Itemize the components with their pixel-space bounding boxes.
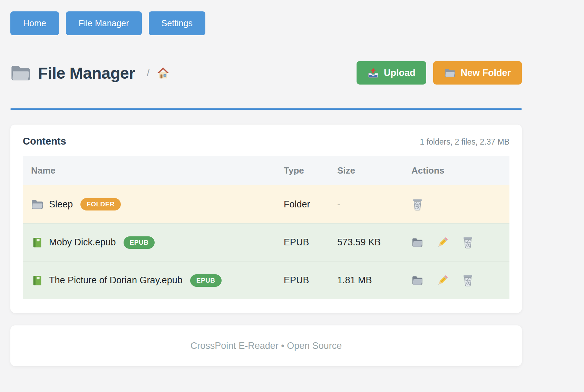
type-badge: EPUB (190, 274, 222, 287)
upload-button[interactable]: Upload (357, 61, 427, 85)
size-cell: - (337, 199, 411, 210)
column-header-type: Type (284, 165, 337, 176)
trash-icon[interactable] (411, 198, 424, 210)
type-cell: EPUB (284, 275, 337, 286)
type-cell: Folder (284, 199, 337, 210)
open-folder-icon[interactable] (411, 274, 424, 286)
column-header-size: Size (337, 165, 411, 176)
type-badge: FOLDER (80, 198, 121, 210)
actions-cell (411, 198, 509, 210)
table-row: Moby Dick.epubEPUBEPUB573.59 KB (23, 223, 509, 261)
trash-icon[interactable] (462, 274, 474, 286)
nav-home-button[interactable]: Home (10, 11, 59, 35)
file-name[interactable]: Moby Dick.epub (49, 237, 116, 248)
upload-tray-icon (368, 68, 379, 78)
title-divider (10, 108, 522, 110)
folder-icon (31, 199, 43, 210)
page: Home File Manager Settings File Manager … (0, 0, 522, 366)
footer: CrossPoint E-Reader • Open Source (10, 325, 522, 366)
name-cell: The Picture of Dorian Gray.epubEPUB (31, 274, 284, 287)
file-name[interactable]: The Picture of Dorian Gray.epub (49, 275, 183, 286)
table-row: The Picture of Dorian Gray.epubEPUBEPUB1… (23, 261, 509, 299)
open-folder-icon[interactable] (411, 236, 424, 248)
actions-cell (411, 274, 509, 286)
table-header-row: Name Type Size Actions (23, 156, 509, 185)
nav-settings-button[interactable]: Settings (149, 11, 205, 35)
pencil-icon[interactable] (437, 236, 449, 248)
nav-file-manager-button[interactable]: File Manager (66, 11, 142, 35)
title-group: File Manager / (10, 63, 169, 82)
header-actions: Upload New Folder (357, 61, 522, 85)
type-badge: EPUB (124, 236, 155, 249)
file-name[interactable]: Sleep (49, 199, 73, 210)
column-header-actions: Actions (411, 165, 509, 176)
book-icon (31, 237, 43, 248)
page-title: File Manager (38, 63, 135, 82)
name-cell: SleepFOLDER (31, 198, 284, 210)
folder-icon (10, 64, 31, 81)
contents-summary: 1 folders, 2 files, 2.37 MB (420, 137, 509, 147)
file-table: Name Type Size Actions SleepFOLDERFolder… (23, 156, 509, 299)
pencil-icon[interactable] (437, 274, 449, 286)
contents-title: Contents (23, 136, 66, 147)
folder-icon (444, 68, 456, 78)
book-icon (31, 275, 43, 286)
breadcrumb-separator: / (147, 67, 149, 79)
trash-icon[interactable] (462, 236, 474, 248)
table-body: SleepFOLDERFolder-Moby Dick.epubEPUBEPUB… (23, 185, 509, 299)
table-row: SleepFOLDERFolder- (23, 185, 509, 223)
new-folder-button[interactable]: New Folder (433, 61, 522, 85)
column-header-name: Name (31, 165, 284, 176)
size-cell: 573.59 KB (337, 237, 411, 248)
upload-button-label: Upload (384, 68, 416, 78)
top-nav: Home File Manager Settings (10, 11, 522, 35)
type-cell: EPUB (284, 237, 337, 248)
page-header: File Manager / Upload New Folder (10, 58, 522, 88)
actions-cell (411, 236, 509, 248)
contents-card-header: Contents 1 folders, 2 files, 2.37 MB (23, 136, 509, 147)
new-folder-button-label: New Folder (460, 68, 511, 78)
name-cell: Moby Dick.epubEPUB (31, 236, 284, 249)
size-cell: 1.81 MB (337, 275, 411, 286)
house-icon[interactable] (157, 67, 169, 79)
footer-text: CrossPoint E-Reader • Open Source (191, 341, 342, 351)
contents-card: Contents 1 folders, 2 files, 2.37 MB Nam… (10, 125, 522, 313)
